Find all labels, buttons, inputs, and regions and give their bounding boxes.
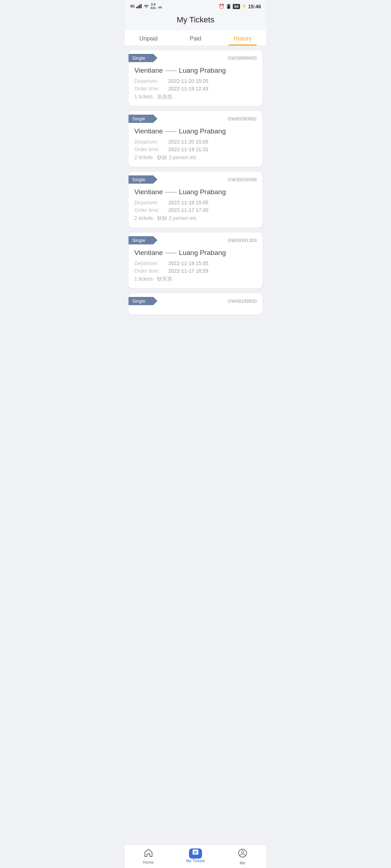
svg-point-4 <box>146 7 147 8</box>
alarm-icon: ⏰ <box>219 4 224 9</box>
nav-mytickets[interactable]: My Tickets <box>172 845 219 868</box>
order-id-3: GW09391309 <box>228 238 257 243</box>
departure-label-0: Departure: <box>134 78 167 84</box>
ordertime-label-2: Order time: <box>134 207 167 213</box>
ordertime-label-1: Order time: <box>134 146 167 152</box>
nav-me[interactable]: Me <box>219 845 266 868</box>
tab-history[interactable]: History <box>219 30 266 46</box>
tab-history-label: History <box>234 35 252 42</box>
departure-value-0: 2022-11-20 15:05 <box>168 78 209 84</box>
wifi-icon <box>143 4 149 9</box>
ordertime-row-0: Order time: 2022-11-19 12:43 <box>134 86 257 92</box>
departure-value-2: 2022-11-18 15:05 <box>168 200 209 205</box>
me-icon <box>238 848 247 860</box>
svg-rect-3 <box>140 4 142 8</box>
charging-icon: ⚡ <box>241 4 247 9</box>
status-left: 4G 2.6K/s ☁ <box>130 3 162 10</box>
ticket-card-4[interactable]: Single GW08199930 <box>129 293 262 315</box>
tab-paid[interactable]: Paid <box>172 30 219 46</box>
ticket-card-1[interactable]: Single GW80390992 Vientiane —— Luang Pra… <box>129 111 262 167</box>
card-header-0: Single GW38989900 <box>129 50 262 64</box>
departure-label-1: Departure: <box>134 139 167 145</box>
svg-rect-6 <box>194 851 197 852</box>
mytickets-icon <box>189 848 202 858</box>
ordertime-value-1: 2022-11-19 11:31 <box>168 146 209 152</box>
departure-row-2: Departure: 2022-11-18 15:05 <box>134 200 257 205</box>
tab-unpaid-label: Unpaid <box>139 35 158 42</box>
ticket-count-2: 2 tickets <box>134 215 153 221</box>
arrow-2: —— <box>165 189 177 195</box>
ordertime-value-0: 2022-11-19 12:43 <box>168 86 209 92</box>
ticket-card-0[interactable]: Single GW38989900 Vientiane —— Luang Pra… <box>129 50 262 106</box>
to-0: Luang Prabang <box>179 67 226 75</box>
route-0: Vientiane —— Luang Prabang <box>134 67 257 75</box>
svg-rect-8 <box>194 853 196 854</box>
nav-mytickets-label: My Tickets <box>186 859 205 863</box>
bottom-nav: Home My Tickets Me <box>125 844 266 868</box>
order-id-2: GW30209399 <box>228 177 257 182</box>
card-body-1: Vientiane —— Luang Prabang Departure: 20… <box>129 125 262 167</box>
ordertime-value-3: 2022-11-17 16:59 <box>168 268 209 274</box>
order-id-1: GW80390992 <box>228 116 257 122</box>
signal-icon <box>136 4 142 9</box>
battery-indicator: 84 <box>233 4 240 9</box>
from-3: Vientiane <box>134 249 163 257</box>
card-body-3: Vientiane —— Luang Prabang Departure: 20… <box>129 247 262 288</box>
page-header: My Tickets <box>125 12 266 30</box>
ordertime-value-2: 2022-11-17 17:00 <box>168 207 209 213</box>
departure-row-0: Departure: 2022-11-20 15:05 <box>134 78 257 84</box>
svg-rect-1 <box>138 6 139 8</box>
ordertime-row-2: Order time: 2022-11-17 17:00 <box>134 207 257 213</box>
ticket-count-3: 1 tickets <box>134 276 153 282</box>
status-bar: 4G 2.6K/s ☁ ⏰ 📳 84 ⚡ 15:46 <box>125 0 266 12</box>
tab-unpaid[interactable]: Unpaid <box>125 30 172 46</box>
arrow-1: —— <box>165 128 177 135</box>
passengers-1: 耿耿 2 person etc <box>157 154 197 160</box>
time-display: 15:46 <box>248 4 261 9</box>
passengers-2: 耿耿 2 person etc <box>157 215 197 221</box>
ticket-count-1: 2 tickets <box>134 154 153 160</box>
nav-home[interactable]: Home <box>125 845 172 868</box>
tickets-note-2: 2 tickets 耿耿 2 person etc <box>134 215 257 222</box>
departure-value-3: 2022-11-18 15:05 <box>168 260 209 266</box>
card-body-0: Vientiane —— Luang Prabang Departure: 20… <box>129 64 262 106</box>
cloud-icon: ☁ <box>157 4 162 9</box>
tabs-container: Unpaid Paid History <box>125 30 266 46</box>
arrow-0: —— <box>165 67 177 74</box>
vibrate-icon: 📳 <box>226 4 231 9</box>
ticket-card-3[interactable]: Single GW09391309 Vientiane —— Luang Pra… <box>129 233 262 288</box>
nav-home-label: Home <box>143 860 154 864</box>
to-1: Luang Prabang <box>179 127 226 135</box>
passengers-3: 耿军英 <box>157 276 172 282</box>
card-header-2: Single GW30209399 <box>129 172 262 186</box>
svg-rect-7 <box>194 852 197 853</box>
card-header-3: Single GW09391309 <box>129 233 262 247</box>
tickets-list: Single GW38989900 Vientiane —— Luang Pra… <box>125 46 266 344</box>
nav-me-label: Me <box>240 861 245 865</box>
arrow-3: —— <box>165 250 177 256</box>
ticket-type-badge-0: Single <box>129 54 157 62</box>
card-header-1: Single GW80390992 <box>129 111 262 125</box>
tickets-note-3: 1 tickets 耿军英 <box>134 276 257 282</box>
ticket-count-0: 1 tickets <box>134 94 153 99</box>
tickets-note-0: 1 tickets 急急急 <box>134 94 257 100</box>
ordertime-row-3: Order time: 2022-11-17 16:59 <box>134 268 257 274</box>
ordertime-label-3: Order time: <box>134 268 167 274</box>
card-body-2: Vientiane —— Luang Prabang Departure: 20… <box>129 186 262 227</box>
network-icon: 4G <box>130 4 135 8</box>
route-3: Vientiane —— Luang Prabang <box>134 249 257 257</box>
from-1: Vientiane <box>134 127 163 135</box>
speed-text: 2.6K/s <box>151 3 156 10</box>
from-0: Vientiane <box>134 67 163 75</box>
ordertime-row-1: Order time: 2022-11-19 11:31 <box>134 146 257 152</box>
ordertime-label-0: Order time: <box>134 86 167 92</box>
card-header-4: Single GW08199930 <box>129 293 262 307</box>
ticket-type-badge-1: Single <box>129 115 157 123</box>
departure-row-3: Departure: 2022-11-18 15:05 <box>134 260 257 266</box>
ticket-card-2[interactable]: Single GW30209399 Vientiane —— Luang Pra… <box>129 172 262 227</box>
tab-paid-label: Paid <box>190 35 201 42</box>
to-3: Luang Prabang <box>179 249 226 257</box>
tickets-note-1: 2 tickets 耿耿 2 person etc <box>134 154 257 161</box>
home-icon <box>144 848 153 859</box>
ticket-type-badge-2: Single <box>129 175 157 184</box>
